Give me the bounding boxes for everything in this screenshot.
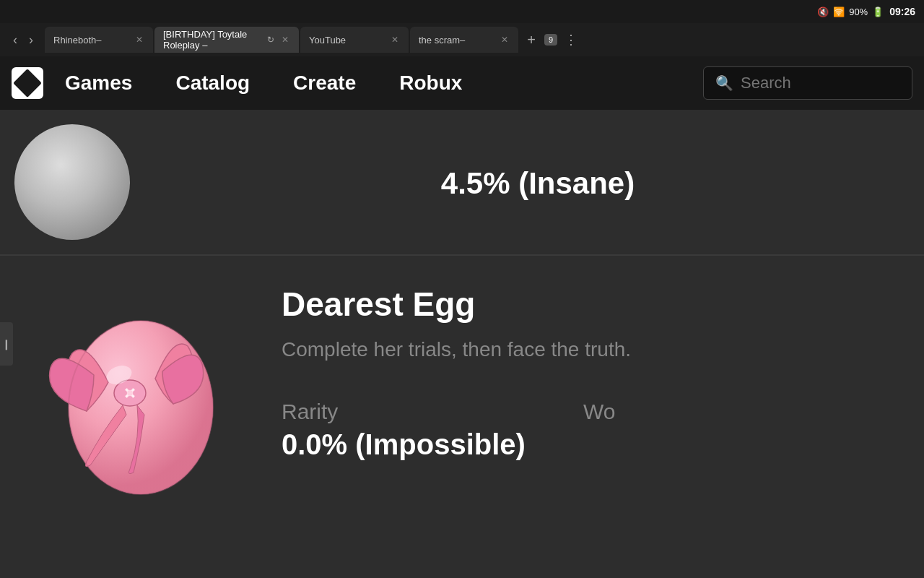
top-section: 4.5% (Insane): [0, 110, 924, 256]
search-input[interactable]: [741, 74, 885, 92]
svg-point-7: [121, 390, 127, 396]
nav-links: Games Catalog Create Robux: [43, 72, 703, 95]
tab-scram-label: the scram–: [419, 35, 465, 46]
forward-button[interactable]: ›: [25, 30, 38, 51]
rarity-label: Rarity: [282, 400, 526, 424]
status-time: 09:26: [889, 6, 915, 17]
svg-point-4: [127, 384, 133, 390]
mute-icon: 🔇: [817, 7, 829, 17]
tab-scram[interactable]: the scram– ✕: [410, 27, 518, 53]
dearest-egg-image: [22, 277, 253, 509]
tab-youtube-close[interactable]: ✕: [390, 33, 400, 46]
tab-toytale-label: [BIRTHDAY] Toytale Roleplay –: [163, 29, 261, 51]
rarity-value: 0.0% (Impossible): [282, 428, 526, 461]
nav-create[interactable]: Create: [271, 72, 378, 95]
tab-toytale[interactable]: [BIRTHDAY] Toytale Roleplay – ↻ ✕: [154, 27, 299, 53]
svg-point-5: [133, 390, 139, 396]
tab-bar: ‹ › Rhineboth– ✕ [BIRTHDAY] Toytale Role…: [0, 23, 924, 56]
roblox-diamond-icon: [13, 69, 42, 98]
rarity-block: Rarity 0.0% (Impossible): [282, 400, 526, 461]
sidebar-toggle-icon: ❙: [2, 338, 11, 350]
previous-egg-image: [14, 124, 130, 240]
status-icons: 🔇 🛜 90% 🔋: [817, 7, 884, 17]
status-bar: 🔇 🛜 90% 🔋 09:26: [0, 0, 924, 23]
stats-row: Rarity 0.0% (Impossible) Wo: [282, 400, 924, 461]
egg-description: Complete her trials, then face the truth…: [282, 335, 924, 363]
tab-youtube-label: YouTube: [309, 35, 346, 46]
tab-menu-button[interactable]: ⋮: [559, 32, 583, 48]
top-stats: 4.5% (Insane): [152, 163, 924, 201]
egg-info: Dearest Egg Complete her trials, then fa…: [282, 277, 924, 461]
nav-catalog[interactable]: Catalog: [154, 72, 271, 95]
new-tab-button[interactable]: +: [520, 28, 543, 51]
search-icon: 🔍: [715, 74, 733, 92]
tab-toytale-close[interactable]: ✕: [280, 33, 290, 46]
content-area: 4.5% (Insane): [0, 110, 924, 578]
nav-arrows: ‹ ›: [3, 30, 43, 51]
search-bar[interactable]: 🔍: [703, 66, 912, 100]
tab-youtube[interactable]: YouTube ✕: [300, 27, 409, 53]
battery-percent: 90%: [849, 7, 868, 17]
tab-rhineboth-close[interactable]: ✕: [134, 33, 144, 46]
tab-rhineboth-label: Rhineboth–: [53, 35, 102, 46]
battery-icon: 🔋: [872, 7, 884, 17]
sidebar-toggle[interactable]: ❙: [0, 322, 13, 366]
svg-point-8: [127, 390, 133, 396]
back-button[interactable]: ‹: [9, 30, 22, 51]
reload-icon[interactable]: ↻: [267, 35, 274, 45]
dearest-egg-section: Dearest Egg Complete her trials, then fa…: [0, 256, 924, 523]
nav-robux[interactable]: Robux: [378, 72, 484, 95]
tab-scram-close[interactable]: ✕: [500, 33, 510, 46]
wifi-icon: 🛜: [833, 7, 845, 17]
second-block: Wo: [583, 400, 615, 424]
top-rarity-value: 4.5% (Insane): [152, 166, 924, 201]
svg-point-6: [127, 396, 133, 402]
tab-count[interactable]: 9: [544, 34, 557, 46]
navbar: Games Catalog Create Robux 🔍: [0, 56, 924, 110]
second-label: Wo: [583, 400, 615, 424]
egg-name: Dearest Egg: [282, 285, 924, 324]
nav-games[interactable]: Games: [43, 72, 154, 95]
roblox-logo[interactable]: [12, 67, 43, 99]
tab-rhineboth[interactable]: Rhineboth– ✕: [45, 27, 153, 53]
